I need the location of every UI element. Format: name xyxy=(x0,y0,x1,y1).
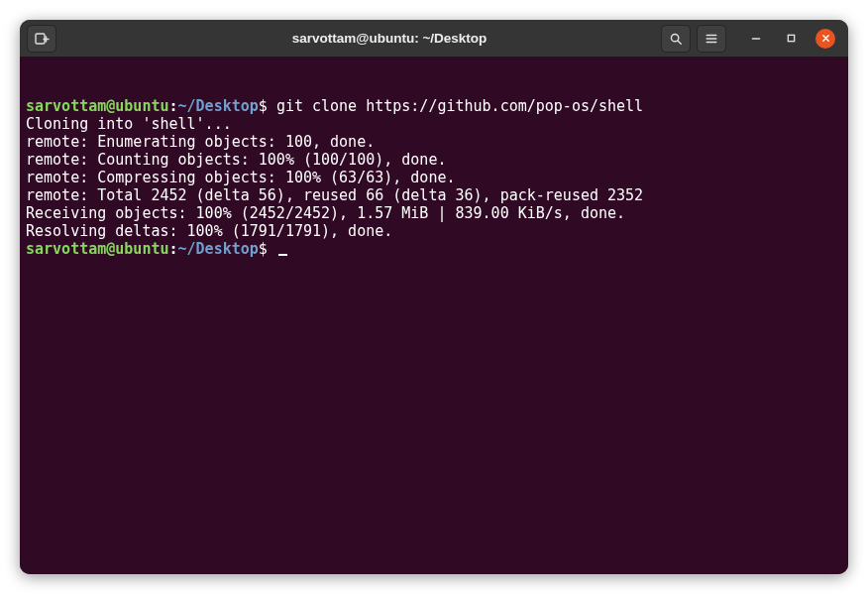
menu-button[interactable] xyxy=(697,25,726,53)
svg-rect-2 xyxy=(788,35,794,41)
command-text: git clone https://github.com/pop-os/shel… xyxy=(276,97,643,115)
output-line: Receiving objects: 100% (2452/2452), 1.5… xyxy=(26,204,842,222)
terminal-window: sarvottam@ubuntu: ~/Desktop xyxy=(20,20,848,574)
cursor xyxy=(278,254,287,256)
maximize-button[interactable] xyxy=(781,29,801,49)
output-line: remote: Enumerating objects: 100, done. xyxy=(26,133,842,151)
search-button[interactable] xyxy=(661,25,691,53)
minimize-button[interactable] xyxy=(746,29,766,49)
close-button[interactable] xyxy=(815,29,835,49)
output-line: remote: Total 2452 (delta 56), reused 66… xyxy=(26,186,842,204)
command-line-2: sarvottam@ubuntu:~/Desktop$ xyxy=(26,240,842,258)
new-tab-icon xyxy=(34,31,50,47)
output-line: Resolving deltas: 100% (1791/1791), done… xyxy=(26,222,842,240)
prompt-path: ~/Desktop xyxy=(178,97,259,115)
new-tab-button[interactable] xyxy=(27,25,56,53)
prompt-path: ~/Desktop xyxy=(178,240,259,258)
hamburger-icon xyxy=(705,32,718,46)
minimize-icon xyxy=(751,34,761,44)
prompt-symbol: $ xyxy=(259,97,268,115)
maximize-icon xyxy=(787,34,796,43)
close-icon xyxy=(821,34,830,43)
command-line-1: sarvottam@ubuntu:~/Desktop$ git clone ht… xyxy=(26,97,842,115)
window-title: sarvottam@ubuntu: ~/Desktop xyxy=(156,31,623,46)
terminal-area[interactable]: sarvottam@ubuntu:~/Desktop$ git clone ht… xyxy=(20,58,848,574)
prompt-colon: : xyxy=(169,97,178,115)
prompt-user: sarvottam@ubuntu xyxy=(26,97,169,115)
prompt-symbol: $ xyxy=(259,240,268,258)
output-line: remote: Compressing objects: 100% (63/63… xyxy=(26,169,842,186)
output-line: remote: Counting objects: 100% (100/100)… xyxy=(26,151,842,169)
titlebar-left-group xyxy=(27,25,156,53)
window-controls xyxy=(746,29,835,49)
titlebar: sarvottam@ubuntu: ~/Desktop xyxy=(20,20,848,58)
output-line: Cloning into 'shell'... xyxy=(26,115,842,133)
search-icon xyxy=(669,32,683,46)
prompt-user: sarvottam@ubuntu xyxy=(26,240,169,258)
titlebar-right-group xyxy=(623,25,841,53)
prompt-colon: : xyxy=(169,240,178,258)
